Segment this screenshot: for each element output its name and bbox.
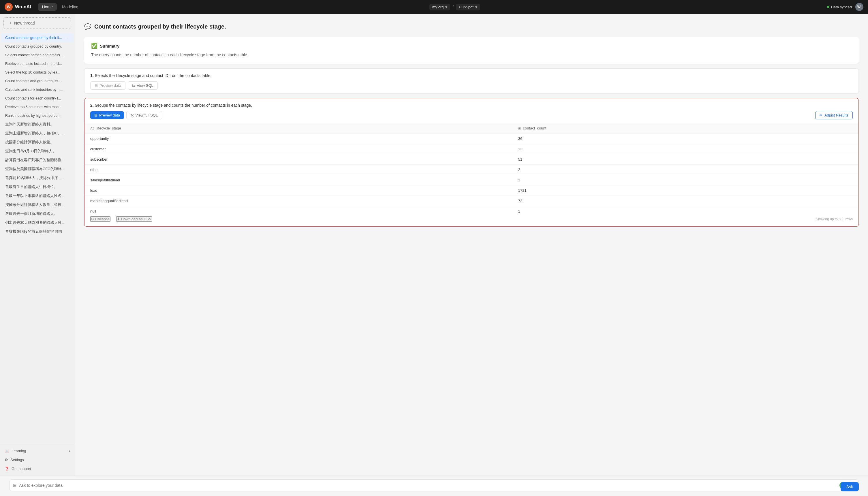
sidebar-item-label: 列出過去30天轉為機會的聯絡人姓...	[5, 220, 65, 225]
sidebar-item-label: Retrieve top 5 countries with most...	[5, 105, 65, 109]
sidebar-list-item[interactable]: 查詢上週新增的聯絡人，包括ID、...···	[1, 129, 74, 138]
table-icon: ⊞	[95, 83, 98, 88]
summary-text: The query counts the number of contacts …	[91, 52, 852, 58]
sidebar-list-item[interactable]: 查核機會階段的前五個關鍵字 帥啦···	[1, 227, 74, 236]
step-1-description: Selects the lifecycle stage and contact …	[95, 73, 212, 78]
org-selector[interactable]: my org ▾	[429, 4, 450, 10]
cell-lifecycle: null	[84, 206, 512, 217]
sidebar-list-item[interactable]: 選取一年以上未聯絡的聯絡人姓名...···	[1, 191, 74, 200]
step-2-sql-button[interactable]: fx View full SQL	[126, 111, 162, 119]
step-2-preview-button[interactable]: ⊞ Prevew data	[90, 111, 124, 119]
sidebar-item-label: 查詢上週新增的聯絡人，包括ID、...	[5, 131, 65, 136]
sidebar-item-support[interactable]: ❓ Get support	[1, 464, 74, 473]
avatar[interactable]: WI	[855, 3, 863, 11]
sidebar-list-item[interactable]: Count contacts grouped by country.···	[1, 42, 74, 51]
collapse-label: Collapse	[95, 217, 110, 221]
col-count-header: ⊞ contact_count	[512, 123, 858, 134]
table-active-icon: ⊞	[94, 113, 97, 118]
step-1-preview-button[interactable]: ⊞ Preview data	[90, 81, 125, 90]
sidebar-list-item[interactable]: 選擇前10名聯絡人，按得分排序，...···	[1, 174, 74, 183]
sidebar-item-learning[interactable]: 📖 Learning ›	[1, 446, 74, 455]
adjust-results-button[interactable]: ✏ Adjust Results	[815, 111, 853, 119]
topnav-center: my org ▾ / HubSpot ▾	[87, 4, 822, 10]
sidebar-list-item[interactable]: 計算從潛在客戶到客戶的整體轉換...···	[1, 156, 74, 165]
sidebar-list-item[interactable]: 按國家分組計算聯絡人數量，並按...···	[1, 200, 74, 210]
sidebar-list-item[interactable]: Count contacts grouped by their li...···	[1, 33, 74, 42]
modeling-nav-button[interactable]: Modeling	[58, 3, 82, 11]
cell-lifecycle: lead	[84, 185, 512, 196]
chevron-down-icon: ▾	[445, 5, 447, 9]
table-row: marketingqualifiedlead73	[84, 196, 858, 206]
download-label: Download as CSV	[121, 217, 152, 221]
sidebar-footer: 📖 Learning › ⚙ Settings ❓ Get support	[0, 444, 75, 476]
new-thread-button[interactable]: ＋ New thread	[3, 17, 71, 29]
collapse-button[interactable]: ⊙ Collapse	[90, 216, 110, 222]
sidebar-list-item[interactable]: 查詢位於美國且職稱為CEO的聯絡...···	[1, 165, 74, 174]
sidebar-list-item[interactable]: 按國家分組計算聯絡人數量。···	[1, 138, 74, 147]
download-csv-button[interactable]: ⬇ Download as CSV	[116, 216, 152, 222]
sidebar-list-item[interactable]: Count contacts for each country f...···	[1, 94, 74, 103]
sidebar-item-label: 計算從潛在客戶到客戶的整體轉換...	[5, 158, 65, 162]
topnav-nav: Home Modeling	[38, 3, 82, 11]
sidebar-list-item[interactable]: 查詢生日為9月30日的聯絡人。···	[1, 147, 74, 156]
table-row: salesqualifiedlead1	[84, 175, 858, 185]
support-label: Get support	[12, 467, 31, 471]
step-card-2: 2. Groups the contacts by lifecycle stag…	[84, 98, 859, 227]
cell-count: 1721	[512, 185, 858, 196]
cell-count: 12	[512, 144, 858, 154]
sidebar-item-label: 選取有生日的聯絡人生日欄位。	[5, 185, 65, 189]
sidebar-list-item[interactable]: 列出過去30天轉為機會的聯絡人姓...···	[1, 218, 74, 227]
cell-lifecycle: customer	[84, 144, 512, 154]
sidebar-list-item[interactable]: 選取有生日的聯絡人生日欄位。···	[1, 183, 74, 191]
cell-count: 1	[512, 175, 858, 185]
fx-icon: fx	[132, 83, 135, 88]
sidebar-list-item[interactable]: Calculate and rank industries by hi...··…	[1, 86, 74, 94]
sidebar-list-item[interactable]: Count contacts and group results ...···	[1, 77, 74, 86]
step-1-sql-button[interactable]: fx View SQL	[128, 81, 158, 90]
sidebar-list-item[interactable]: 選取過去一個月新增的聯絡人。···	[1, 210, 74, 218]
sidebar-list-item[interactable]: Rank industries by highest percen...···	[1, 111, 74, 120]
sidebar-list-item[interactable]: Selects contact names and emails...···	[1, 51, 74, 59]
logo: W WrenAI	[5, 3, 31, 11]
sidebar-list-item[interactable]: Select the top 10 contacts by lea...···	[1, 68, 74, 77]
cell-lifecycle: subscriber	[84, 154, 512, 165]
separator: /	[452, 5, 454, 9]
chevron-down-icon-ds: ▾	[475, 5, 477, 9]
ask-button[interactable]: Ask	[841, 482, 859, 491]
sidebar-item-label: 選取一年以上未聯絡的聯絡人姓名...	[5, 193, 65, 198]
sidebar-list: Count contacts grouped by their li...···…	[0, 32, 75, 444]
collapse-icon: ⊙	[91, 217, 94, 221]
edit-icon: ✏	[820, 113, 823, 118]
support-icon: ❓	[5, 467, 9, 471]
chat-input[interactable]	[19, 483, 837, 487]
sidebar-item-label: Select the top 10 contacts by lea...	[5, 71, 65, 74]
book-icon: 📖	[5, 449, 9, 453]
logo-text: WrenAI	[15, 4, 31, 10]
sync-dot-icon	[827, 6, 830, 8]
table-row: opportunity36	[84, 134, 858, 144]
topnav-right: Data synced WI	[827, 3, 863, 11]
sidebar-list-item[interactable]: 查詢昨天新增的聯絡人資料。···	[1, 120, 74, 129]
main-content: 💬 Count contacts grouped by their lifecy…	[75, 14, 868, 476]
cell-count: 36	[512, 134, 858, 144]
summary-label: Summary	[100, 44, 119, 48]
page-title: Count contacts grouped by their lifecycl…	[94, 24, 226, 30]
question-icon: 💬	[84, 23, 91, 30]
sidebar-item-settings[interactable]: ⚙ Settings	[1, 455, 74, 464]
sidebar-item-label: 查核機會階段的前五個關鍵字 帥啦	[5, 229, 65, 234]
sidebar-item-label: Calculate and rank industries by hi...	[5, 88, 65, 92]
sidebar-item-label: Retrieve contacts located in the U...	[5, 62, 65, 66]
table-bottom-bar: ⊙ Collapse ⬇ Download as CSV Showing up …	[84, 216, 858, 227]
sidebar-list-item[interactable]: Retrieve contacts located in the U...···	[1, 59, 74, 68]
datasource-selector[interactable]: HubSpot ▾	[456, 4, 480, 10]
check-icon: ✅	[91, 43, 97, 49]
num-col-icon: ⊞	[518, 127, 521, 130]
table-row: subscriber51	[84, 154, 858, 165]
settings-label: Settings	[10, 458, 24, 462]
table-row: lead1721	[84, 185, 858, 196]
home-nav-button[interactable]: Home	[38, 3, 57, 11]
new-thread-label: New thread	[14, 21, 35, 25]
sidebar-item-label: 按國家分組計算聯絡人數量。	[5, 140, 65, 145]
sidebar-list-item[interactable]: Retrieve top 5 countries with most...···	[1, 103, 74, 111]
chevron-right-icon: ›	[69, 449, 70, 453]
